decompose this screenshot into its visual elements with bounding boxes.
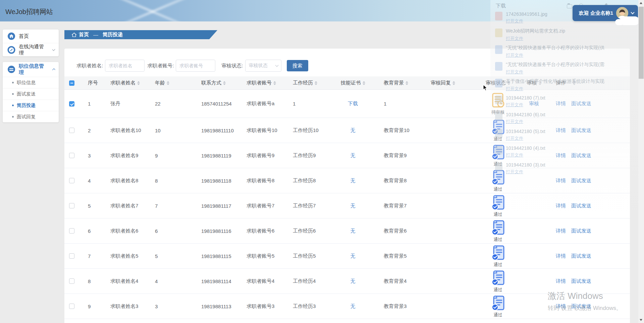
search-account-input[interactable] bbox=[176, 60, 215, 72]
status-select[interactable]: 审核状态 bbox=[245, 60, 281, 72]
cell-account: 求职者账号10 bbox=[242, 127, 288, 134]
sidebar-item-communication[interactable]: 在线沟通管理 bbox=[3, 43, 59, 56]
certificate-link[interactable]: 无 bbox=[351, 278, 356, 284]
detail-link[interactable]: 详情 bbox=[556, 303, 566, 310]
interview-send-link[interactable]: 面试发送 bbox=[571, 127, 591, 134]
interview-send-link[interactable]: 面试发送 bbox=[571, 203, 591, 209]
cell-name: 求职者姓名9 bbox=[105, 152, 150, 159]
col-account[interactable]: 求职者账号 bbox=[242, 80, 288, 86]
sidebar-item-resume-delivery[interactable]: 简历投递 bbox=[3, 100, 59, 111]
home-icon bbox=[7, 32, 15, 40]
sort-icon[interactable] bbox=[137, 81, 140, 85]
sidebar-item-interview-send[interactable]: 面试发送 bbox=[3, 88, 59, 100]
sort-icon[interactable] bbox=[573, 81, 576, 85]
detail-link[interactable]: 详情 bbox=[556, 203, 566, 209]
scroll-up-arrow-icon[interactable] bbox=[640, 2, 642, 4]
sort-icon[interactable] bbox=[507, 81, 510, 85]
interview-send-link[interactable]: 面试发送 bbox=[571, 152, 591, 159]
table-row: 2 求职者姓名10 10 198198811110 求职者账号10 工作经历10… bbox=[64, 118, 630, 143]
detail-link[interactable]: 详情 bbox=[556, 253, 566, 259]
scrollbar-thumb[interactable] bbox=[639, 7, 644, 79]
row-checkbox[interactable] bbox=[69, 153, 74, 158]
sidebar-item-home[interactable]: 首页 bbox=[3, 29, 59, 43]
search-button[interactable]: 搜索 bbox=[287, 60, 308, 71]
cell-phone: 198198811110 bbox=[197, 128, 242, 133]
interview-send-link[interactable]: 面试发送 bbox=[571, 178, 591, 184]
certificate-link[interactable]: 无 bbox=[351, 303, 356, 310]
row-checkbox[interactable] bbox=[69, 278, 74, 284]
sort-icon[interactable] bbox=[452, 81, 455, 85]
status-cell: 通过 bbox=[480, 245, 516, 268]
sort-icon[interactable] bbox=[363, 81, 365, 85]
sort-icon[interactable] bbox=[223, 81, 226, 85]
interview-send-link[interactable]: 面试发送 bbox=[571, 278, 591, 284]
cell-experience: 1 bbox=[288, 101, 333, 107]
sidebar-item-label: 面试发送 bbox=[17, 91, 36, 97]
detail-link[interactable]: 详情 bbox=[556, 101, 566, 107]
row-checkbox[interactable] bbox=[69, 228, 74, 234]
search-name-input[interactable] bbox=[105, 60, 145, 72]
app-title: WeJob招聘网站 bbox=[5, 7, 53, 16]
select-all-checkbox[interactable] bbox=[69, 80, 74, 86]
sort-icon[interactable] bbox=[539, 81, 541, 85]
interview-send-link[interactable]: 面试发送 bbox=[571, 253, 591, 259]
row-checkbox[interactable] bbox=[69, 253, 74, 259]
detail-link[interactable]: 详情 bbox=[556, 152, 566, 159]
detail-link[interactable]: 详情 bbox=[556, 127, 566, 134]
cell-education: 教育背景3 bbox=[373, 303, 428, 310]
certificate-link[interactable]: 无 bbox=[351, 178, 356, 184]
content-card: 求职者姓名: 求职者账号: 审核状态: 审核状态 搜索 序号 求职者姓名 年龄 … bbox=[64, 49, 630, 323]
col-audit-reply[interactable]: 审核回复 bbox=[428, 80, 480, 86]
row-checkbox[interactable] bbox=[69, 128, 74, 133]
certificate-link[interactable]: 无 bbox=[351, 203, 356, 209]
certificate-link[interactable]: 无 bbox=[351, 152, 356, 159]
pending-status-icon bbox=[491, 92, 505, 108]
sidebar-group-job-info[interactable]: 职位信息管理 bbox=[3, 62, 59, 77]
scroll-down-arrow-icon[interactable] bbox=[640, 319, 642, 321]
certificate-link[interactable]: 无 bbox=[351, 228, 356, 234]
col-experience[interactable]: 工作经历 bbox=[288, 80, 333, 86]
sort-icon[interactable] bbox=[273, 81, 276, 85]
detail-link[interactable]: 详情 bbox=[556, 228, 566, 234]
breadcrumb-home[interactable]: 首页 bbox=[79, 31, 89, 38]
cell-phone: 19819881116 bbox=[197, 228, 242, 234]
sort-icon[interactable] bbox=[315, 81, 317, 85]
cell-experience: 工作经历4 bbox=[288, 278, 333, 284]
cell-education: 教育背景4 bbox=[373, 278, 428, 284]
resume-table: 序号 求职者姓名 年龄 联系方式 求职者账号 工作经历 技能证书 教育背景 审核… bbox=[64, 76, 630, 319]
table-body: 1 张丹 22 18574011254 求职者账号a 1 下载 1 bbox=[64, 90, 630, 319]
row-checkbox[interactable] bbox=[69, 203, 74, 208]
sort-icon[interactable] bbox=[406, 81, 408, 85]
audit-link[interactable]: 审核 bbox=[529, 101, 539, 107]
certificate-link[interactable]: 无 bbox=[351, 253, 356, 259]
cell-account: 求职者账号4 bbox=[242, 278, 288, 284]
chat-circle-icon bbox=[7, 46, 15, 54]
certificate-link[interactable]: 下载 bbox=[348, 101, 358, 107]
cell-phone: 18574011254 bbox=[197, 101, 242, 107]
detail-link[interactable]: 详情 bbox=[556, 178, 566, 184]
col-certificate[interactable]: 技能证书 bbox=[333, 80, 373, 86]
sort-icon[interactable] bbox=[167, 81, 169, 85]
sidebar-item-interview-reply[interactable]: 面试回复 bbox=[3, 111, 59, 122]
sidebar-item-job-info[interactable]: 职位信息 bbox=[3, 77, 59, 88]
col-education[interactable]: 教育背景 bbox=[373, 80, 428, 86]
col-name[interactable]: 求职者姓名 bbox=[105, 80, 150, 86]
col-actions[interactable]: 操作 bbox=[552, 80, 630, 86]
row-checkbox[interactable] bbox=[69, 304, 74, 309]
col-age[interactable]: 年龄 bbox=[150, 80, 197, 86]
detail-link[interactable]: 详情 bbox=[556, 278, 566, 284]
vertical-scrollbar[interactable] bbox=[638, 0, 644, 323]
cell-account: 求职者账号7 bbox=[242, 203, 288, 209]
interview-send-link[interactable]: 面试发送 bbox=[571, 303, 591, 310]
interview-send-link[interactable]: 面试发送 bbox=[571, 228, 591, 234]
cell-age: 7 bbox=[150, 203, 197, 209]
col-audit[interactable]: 审核 bbox=[516, 80, 552, 86]
sidebar-item-label: 职位信息 bbox=[17, 80, 36, 86]
bullet-icon bbox=[12, 93, 14, 95]
interview-send-link[interactable]: 面试发送 bbox=[571, 101, 591, 107]
col-audit-status[interactable]: 审核状态 bbox=[480, 80, 516, 86]
row-checkbox[interactable] bbox=[69, 101, 74, 107]
certificate-link[interactable]: 无 bbox=[351, 127, 356, 134]
col-phone[interactable]: 联系方式 bbox=[197, 80, 242, 86]
row-checkbox[interactable] bbox=[69, 178, 74, 183]
